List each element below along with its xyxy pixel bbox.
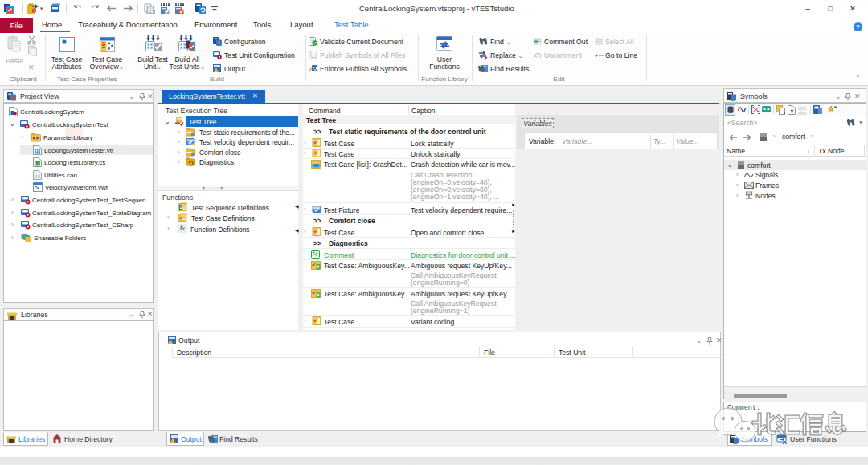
svg-text:CAN: CAN bbox=[35, 175, 39, 178]
svg-text:abc: abc bbox=[798, 110, 807, 115]
